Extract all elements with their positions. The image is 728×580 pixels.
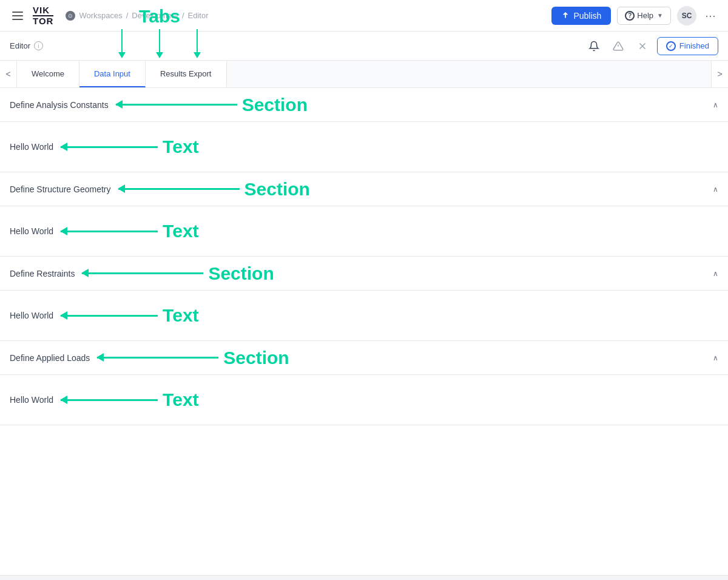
- help-circle-icon: ?: [625, 11, 635, 21]
- tabs-bar: Tabs < Welcome Data Input Results Export…: [0, 61, 728, 88]
- x-icon: [637, 41, 648, 52]
- app-header: VIK TOR ⊙ Workspaces / Development / Edi…: [0, 0, 728, 32]
- breadcrumb-development[interactable]: Development: [132, 11, 178, 20]
- section-applied-loads-title: Define Applied Loads: [10, 353, 90, 363]
- section-applied-loads: Define Applied Loads Section ∧ Hello Wor…: [0, 341, 728, 425]
- section-structure-geometry-content: Hello World Text: [0, 206, 728, 257]
- section-title-row-1: Define Structure Geometry Section: [10, 179, 310, 200]
- hello-world-text-0: Hello World: [10, 142, 53, 152]
- section-title-row-3: Define Applied Loads Section: [10, 348, 289, 368]
- section-restraints-header[interactable]: Define Restraints Section ∧: [0, 257, 728, 291]
- chevron-down-icon: ▼: [657, 12, 663, 19]
- tab-welcome[interactable]: Welcome: [17, 61, 79, 87]
- logo-text2: TOR: [33, 16, 53, 25]
- main-content: Define Analysis Constants Section ∧ Hell…: [0, 88, 728, 580]
- section-analysis-constants-header[interactable]: Define Analysis Constants Section ∧: [0, 88, 728, 122]
- sub-header: Editor i ✓ Finished: [0, 32, 728, 61]
- section-annotation-1: Section: [118, 179, 310, 200]
- breadcrumb-editor[interactable]: Editor: [188, 11, 209, 20]
- tab-results-export[interactable]: Results Export: [146, 61, 227, 87]
- section-collapse-icon-3: ∧: [713, 354, 718, 362]
- breadcrumb-sep1: /: [126, 11, 129, 20]
- notifications-button[interactable]: [584, 36, 604, 56]
- hello-world-text-3: Hello World: [10, 395, 53, 405]
- breadcrumb: ⊙ Workspaces / Development / Editor: [66, 11, 208, 21]
- section-applied-loads-header[interactable]: Define Applied Loads Section ∧: [0, 341, 728, 375]
- avatar[interactable]: SC: [677, 6, 696, 25]
- editor-label: Editor i: [10, 41, 43, 50]
- close-status-button[interactable]: [633, 36, 652, 56]
- tabs-nav-prev[interactable]: <: [0, 61, 17, 87]
- section-title-row: Define Analysis Constants Section: [10, 95, 308, 115]
- tabs-nav-next[interactable]: >: [711, 61, 728, 87]
- logo-text: VIK: [33, 5, 53, 15]
- section-analysis-constants: Define Analysis Constants Section ∧ Hell…: [0, 88, 728, 172]
- section-restraints-title: Define Restraints: [10, 269, 75, 278]
- text-annotation-0: Text: [61, 137, 198, 157]
- text-annotation-1: Text: [61, 221, 198, 241]
- section-collapse-icon-0: ∧: [713, 101, 718, 109]
- publish-icon: [561, 12, 570, 20]
- bell-icon: [588, 41, 599, 52]
- section-title-row-2: Define Restraints Section: [10, 263, 274, 284]
- section-annotation-2: Section: [82, 263, 274, 284]
- check-circle-icon: ✓: [666, 41, 676, 51]
- section-collapse-icon-2: ∧: [713, 269, 718, 278]
- header-right: Publish ? Help ▼ SC ⋯: [551, 6, 718, 25]
- workspaces-icon: ⊙: [66, 11, 75, 21]
- section-annotation-3: Section: [97, 348, 289, 368]
- logo: VIK TOR: [33, 5, 53, 25]
- hello-world-text-2: Hello World: [10, 311, 53, 320]
- breadcrumb-workspaces[interactable]: Workspaces: [79, 11, 122, 20]
- publish-button[interactable]: Publish: [551, 7, 611, 25]
- more-menu-button[interactable]: ⋯: [703, 7, 718, 25]
- sub-header-actions: ✓ Finished: [584, 36, 718, 56]
- scrollbar-area[interactable]: [0, 575, 728, 580]
- section-annotation-0: Section: [116, 95, 308, 115]
- text-annotation-3: Text: [61, 389, 198, 410]
- info-icon[interactable]: i: [34, 41, 43, 50]
- section-restraints-content: Hello World Text: [0, 291, 728, 341]
- section-collapse-icon-1: ∧: [713, 185, 718, 194]
- finished-button[interactable]: ✓ Finished: [657, 37, 718, 55]
- section-structure-geometry: Define Structure Geometry Section ∧ Hell…: [0, 172, 728, 257]
- section-applied-loads-content: Hello World Text: [0, 375, 728, 425]
- hello-world-text-1: Hello World: [10, 226, 53, 236]
- section-analysis-constants-title: Define Analysis Constants: [10, 100, 109, 110]
- text-annotation-2: Text: [61, 305, 198, 326]
- header-left: VIK TOR ⊙ Workspaces / Development / Edi…: [10, 5, 551, 25]
- tab-data-input[interactable]: Data Input: [79, 61, 146, 87]
- help-button[interactable]: ? Help ▼: [617, 7, 671, 25]
- menu-button[interactable]: [10, 9, 25, 22]
- section-structure-geometry-title: Define Structure Geometry: [10, 184, 111, 194]
- warning-button[interactable]: [608, 36, 628, 56]
- section-restraints: Define Restraints Section ∧ Hello World …: [0, 257, 728, 341]
- warning-icon: [613, 41, 624, 52]
- section-analysis-constants-content: Hello World Text: [0, 122, 728, 172]
- tabs-list: Welcome Data Input Results Export: [17, 61, 711, 87]
- breadcrumb-sep2: /: [182, 11, 184, 20]
- section-structure-geometry-header[interactable]: Define Structure Geometry Section ∧: [0, 172, 728, 206]
